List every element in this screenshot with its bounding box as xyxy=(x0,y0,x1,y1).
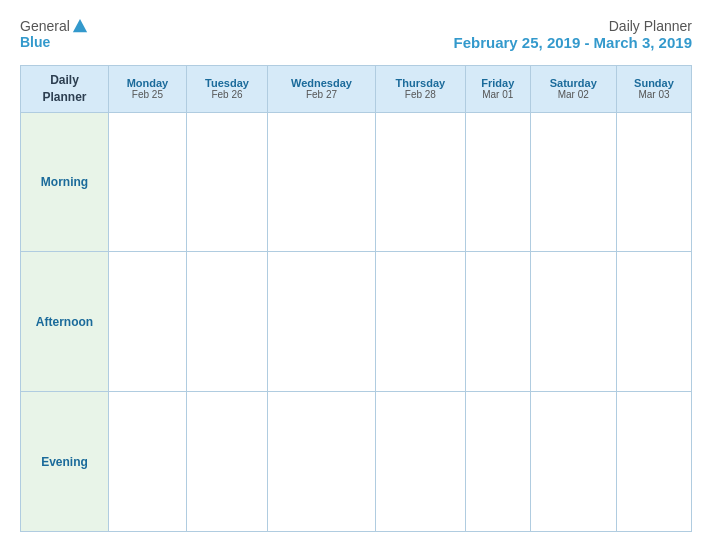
cell-morning-wednesday[interactable] xyxy=(268,112,376,252)
cell-evening-tuesday[interactable] xyxy=(186,392,267,532)
col-header-saturday: Saturday Mar 02 xyxy=(530,66,616,113)
cell-afternoon-sunday[interactable] xyxy=(616,252,691,392)
planner-table: Daily Planner Monday Feb 25 Tuesday Feb … xyxy=(20,65,692,532)
cell-morning-friday[interactable] xyxy=(465,112,530,252)
col-header-label: Daily Planner xyxy=(21,66,109,113)
header-title: Daily Planner xyxy=(454,18,692,34)
cell-afternoon-friday[interactable] xyxy=(465,252,530,392)
cell-evening-sunday[interactable] xyxy=(616,392,691,532)
logo-blue: Blue xyxy=(20,34,50,50)
cell-afternoon-wednesday[interactable] xyxy=(268,252,376,392)
cell-evening-monday[interactable] xyxy=(109,392,187,532)
header: General Blue Daily Planner February 25, … xyxy=(20,18,692,51)
logo: General Blue xyxy=(20,18,88,50)
row-label-morning: Morning xyxy=(21,112,109,252)
row-evening: Evening xyxy=(21,392,692,532)
cell-afternoon-thursday[interactable] xyxy=(375,252,465,392)
logo-general: General xyxy=(20,18,70,34)
cell-evening-friday[interactable] xyxy=(465,392,530,532)
header-right: Daily Planner February 25, 2019 - March … xyxy=(454,18,692,51)
row-afternoon: Afternoon xyxy=(21,252,692,392)
cell-evening-thursday[interactable] xyxy=(375,392,465,532)
cell-morning-monday[interactable] xyxy=(109,112,187,252)
logo-triangle-icon xyxy=(72,18,88,34)
col-header-tuesday: Tuesday Feb 26 xyxy=(186,66,267,113)
row-label-afternoon: Afternoon xyxy=(21,252,109,392)
cell-evening-saturday[interactable] xyxy=(530,392,616,532)
cell-afternoon-saturday[interactable] xyxy=(530,252,616,392)
col-header-thursday: Thursday Feb 28 xyxy=(375,66,465,113)
col-header-friday: Friday Mar 01 xyxy=(465,66,530,113)
row-morning: Morning xyxy=(21,112,692,252)
col-header-sunday: Sunday Mar 03 xyxy=(616,66,691,113)
cell-afternoon-monday[interactable] xyxy=(109,252,187,392)
col-header-wednesday: Wednesday Feb 27 xyxy=(268,66,376,113)
svg-marker-0 xyxy=(73,19,87,32)
header-date: February 25, 2019 - March 3, 2019 xyxy=(454,34,692,51)
cell-morning-tuesday[interactable] xyxy=(186,112,267,252)
row-label-evening: Evening xyxy=(21,392,109,532)
cell-morning-saturday[interactable] xyxy=(530,112,616,252)
col-header-monday: Monday Feb 25 xyxy=(109,66,187,113)
cell-morning-sunday[interactable] xyxy=(616,112,691,252)
cell-morning-thursday[interactable] xyxy=(375,112,465,252)
cell-evening-wednesday[interactable] xyxy=(268,392,376,532)
cell-afternoon-tuesday[interactable] xyxy=(186,252,267,392)
